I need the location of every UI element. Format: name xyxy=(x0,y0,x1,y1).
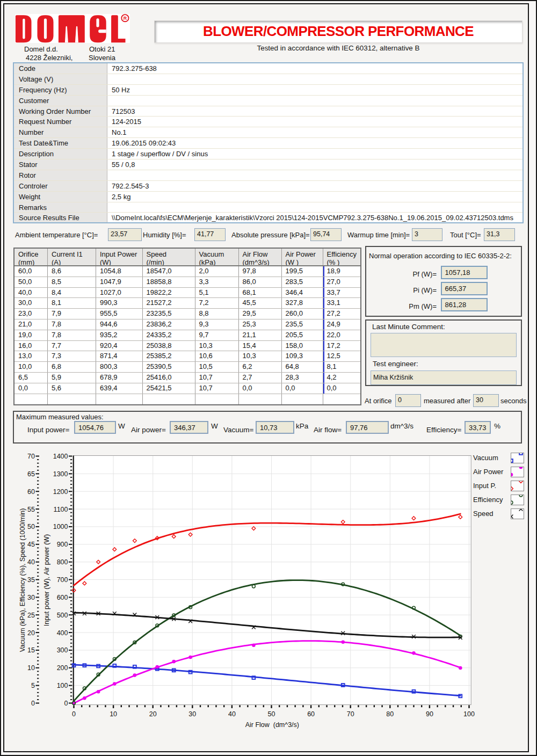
table-cell[interactable]: 15,4 xyxy=(239,341,282,351)
info-value[interactable]: No.1 xyxy=(107,127,523,137)
table-cell[interactable]: 23235,5 xyxy=(143,309,195,319)
table-cell[interactable]: 327,8 xyxy=(282,298,323,308)
table-cell[interactable] xyxy=(14,394,48,405)
info-value[interactable]: 55 / 0,8 xyxy=(107,159,523,170)
table-cell[interactable]: 2,0 xyxy=(195,266,239,277)
info-value[interactable] xyxy=(107,170,523,180)
table-cell[interactable]: 30,0 xyxy=(14,298,48,308)
table-cell[interactable]: 25038,8 xyxy=(143,341,195,351)
table-cell[interactable]: 955,5 xyxy=(96,309,143,319)
max-value[interactable]: 33,73 xyxy=(465,421,491,434)
table-cell[interactable]: 8,6 xyxy=(48,266,96,277)
table-cell[interactable]: 8,1 xyxy=(323,362,360,372)
table-cell[interactable]: 21,1 xyxy=(239,330,282,340)
table-cell[interactable]: 19822,2 xyxy=(143,288,195,298)
info-value[interactable] xyxy=(107,96,523,106)
table-cell[interactable]: 10,3 xyxy=(239,351,282,361)
table-cell[interactable]: 24335,2 xyxy=(143,330,195,340)
table-cell[interactable]: 18858,8 xyxy=(143,277,195,287)
table-cell[interactable]: 7,9 xyxy=(48,309,96,319)
measured-after-value[interactable]: 30 xyxy=(473,394,499,407)
info-value[interactable]: 1 stage / superflow / DV / sinus xyxy=(107,149,523,159)
table-cell[interactable]: 0,0 xyxy=(323,383,360,394)
table-cell[interactable]: 19,0 xyxy=(14,330,48,340)
table-cell[interactable]: 7,3 xyxy=(48,351,96,361)
table-cell[interactable]: 800,3 xyxy=(96,362,143,372)
table-cell[interactable]: 60,0 xyxy=(14,266,48,277)
table-cell[interactable]: 97,8 xyxy=(239,266,282,277)
table-cell[interactable]: 935,2 xyxy=(96,330,143,340)
table-cell[interactable]: 27,0 xyxy=(323,277,360,287)
table-cell[interactable]: 235,5 xyxy=(282,319,323,330)
ambient-value[interactable]: 41,77 xyxy=(194,228,226,241)
info-value[interactable]: 124-2015 xyxy=(107,117,523,127)
table-cell[interactable]: 6,8 xyxy=(48,362,96,372)
table-cell[interactable]: 10,7 xyxy=(195,383,239,394)
table-cell[interactable] xyxy=(239,394,282,405)
info-value[interactable] xyxy=(107,74,523,84)
table-cell[interactable]: 5,1 xyxy=(195,288,239,298)
table-cell[interactable]: 4,2 xyxy=(323,373,360,383)
ambient-value[interactable]: 31,3 xyxy=(484,228,515,241)
info-value[interactable]: 792.3.275-638 xyxy=(107,63,523,74)
table-cell[interactable]: 18,9 xyxy=(323,266,360,277)
table-cell[interactable]: 678,9 xyxy=(96,373,143,383)
table-cell[interactable]: 25385,2 xyxy=(143,351,195,361)
legend-style-box[interactable] xyxy=(511,453,524,463)
table-cell[interactable]: 33,7 xyxy=(323,288,360,298)
table-cell[interactable]: 199,5 xyxy=(282,266,323,277)
table-cell[interactable]: 1047,9 xyxy=(96,277,143,287)
table-cell[interactable] xyxy=(323,394,360,405)
max-value[interactable]: 346,37 xyxy=(170,421,208,434)
table-cell[interactable]: 28,3 xyxy=(282,373,323,383)
table-cell[interactable]: 0,0 xyxy=(282,383,323,394)
orifice-value[interactable]: 0 xyxy=(395,394,421,407)
table-cell[interactable]: 109,3 xyxy=(282,351,323,361)
table-cell[interactable]: 7,7 xyxy=(48,341,96,351)
table-cell[interactable]: 86,0 xyxy=(239,277,282,287)
info-value[interactable]: 712503 xyxy=(107,106,523,117)
table-cell[interactable]: 283,5 xyxy=(282,277,323,287)
table-cell[interactable]: 16,0 xyxy=(14,341,48,351)
max-value[interactable]: 97,76 xyxy=(346,421,389,434)
table-cell[interactable]: 990,3 xyxy=(96,298,143,308)
table-cell[interactable]: 6,5 xyxy=(14,373,48,383)
table-cell[interactable]: 3,3 xyxy=(195,277,239,287)
info-value[interactable]: 19.06.2015 09:02:43 xyxy=(107,138,523,148)
table-cell[interactable]: 944,6 xyxy=(96,319,143,330)
table-cell[interactable]: 25390,5 xyxy=(143,362,195,372)
info-value[interactable]: 792.2.545-3 xyxy=(107,181,523,191)
table-cell[interactable]: 64,8 xyxy=(282,362,323,372)
table-cell[interactable]: 1027,0 xyxy=(96,288,143,298)
table-cell[interactable]: 17,2 xyxy=(323,341,360,351)
table-cell[interactable] xyxy=(96,394,143,405)
table-cell[interactable]: 21527,2 xyxy=(143,298,195,308)
table-cell[interactable]: 0,0 xyxy=(239,383,282,394)
legend-style-box[interactable] xyxy=(511,495,524,505)
table-cell[interactable]: 50,0 xyxy=(14,277,48,287)
table-cell[interactable]: 10,6 xyxy=(195,351,239,361)
table-cell[interactable]: 9,3 xyxy=(195,319,239,330)
table-cell[interactable]: 18547,0 xyxy=(143,266,195,277)
table-cell[interactable]: 23,0 xyxy=(14,309,48,319)
table-cell[interactable] xyxy=(48,394,96,405)
table-cell[interactable]: 158,0 xyxy=(282,341,323,351)
table-cell[interactable]: 8,5 xyxy=(48,277,96,287)
table-cell[interactable]: 45,5 xyxy=(239,298,282,308)
legend-style-box[interactable] xyxy=(511,481,524,491)
table-cell[interactable]: 40,0 xyxy=(14,288,48,298)
info-value[interactable]: \\DomeInt.local\fs\ECM\Merjenje_karakter… xyxy=(107,213,523,223)
table-cell[interactable]: 24,9 xyxy=(323,319,360,330)
table-cell[interactable]: 1054,8 xyxy=(96,266,143,277)
table-cell[interactable]: 0,0 xyxy=(14,383,48,394)
table-cell[interactable]: 21,0 xyxy=(14,319,48,330)
table-cell[interactable]: 33,1 xyxy=(323,298,360,308)
table-cell[interactable] xyxy=(143,394,195,405)
table-cell[interactable]: 260,0 xyxy=(282,309,323,319)
table-cell[interactable]: 871,4 xyxy=(96,351,143,361)
table-cell[interactable]: 346,4 xyxy=(282,288,323,298)
table-cell[interactable]: 7,8 xyxy=(48,319,96,330)
info-value[interactable]: 2,5 kg xyxy=(107,192,523,202)
table-cell[interactable]: 10,3 xyxy=(195,341,239,351)
table-cell[interactable]: 2,7 xyxy=(239,373,282,383)
